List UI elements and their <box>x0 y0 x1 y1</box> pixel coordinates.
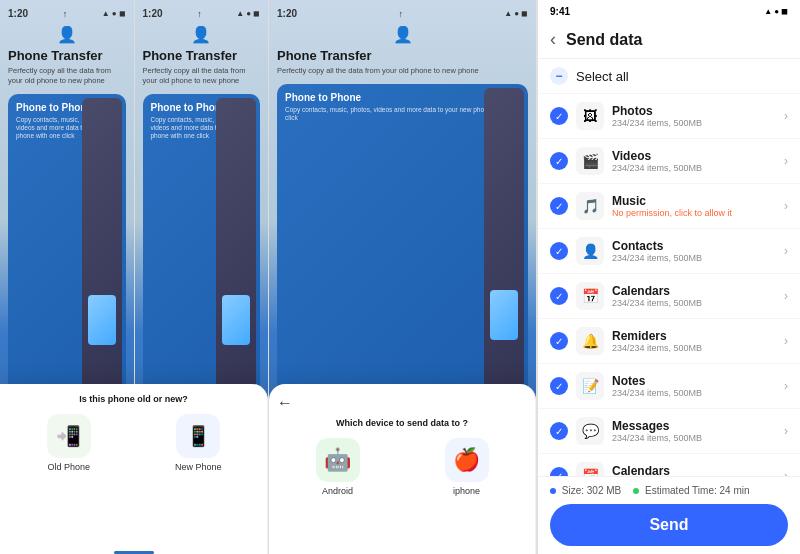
item-meta-3: 234/234 items, 500MB <box>612 253 784 263</box>
popup-old-new: Is this phone old or new? 📲 Old Phone 📱 … <box>0 384 268 554</box>
android-icon: 🤖 <box>324 447 351 473</box>
check-circle-1: ✓ <box>550 152 568 170</box>
new-phone-icon: 📱 <box>186 424 211 448</box>
item-info-5: Remiders 234/234 items, 500MB <box>612 329 784 353</box>
chevron-4: › <box>784 289 788 303</box>
select-all-row[interactable]: − Select all <box>538 59 800 94</box>
size-label: Size: 302 MB <box>550 485 621 496</box>
data-list: ✓ 🖼 Photos 234/234 items, 500MB › ✓ 🎬 Vi… <box>538 94 800 476</box>
time-1: 1:20 <box>8 8 28 19</box>
old-phone-icon-box: 📲 <box>47 414 91 458</box>
send-data-title: Send data <box>566 31 642 49</box>
item-name-3: Contacts <box>612 239 784 253</box>
status-bar-3: 1:20 ↑ ▲ ● ◼ <box>277 8 528 19</box>
data-item-7[interactable]: ✓ 💬 Messages 234/234 items, 500MB › <box>538 409 800 454</box>
profile-icon-2: 👤 <box>143 25 261 44</box>
data-item-6[interactable]: ✓ 📝 Notes 234/234 items, 500MB › <box>538 364 800 409</box>
check-circle-8: ✓ <box>550 467 568 476</box>
left-panel: 1:20 ↑ ▲ ● ◼ 👤 Phone Transfer Perfectly … <box>0 0 268 554</box>
item-meta-6: 234/234 items, 500MB <box>612 388 784 398</box>
item-info-4: Calendars 234/234 items, 500MB <box>612 284 784 308</box>
status-icons-1: ▲ ● ◼ <box>102 9 126 18</box>
item-icon-2: 🎵 <box>576 192 604 220</box>
iphone-label: iphone <box>453 486 480 496</box>
middle-panel: 1:20 ↑ ▲ ● ◼ 👤 Phone Transfer Perfectly … <box>268 0 536 554</box>
chevron-7: › <box>784 424 788 438</box>
item-meta-0: 234/234 items, 500MB <box>612 118 784 128</box>
phone-title-3: Phone Transfer <box>277 48 528 63</box>
data-item-4[interactable]: ✓ 📅 Calendars 234/234 items, 500MB › <box>538 274 800 319</box>
item-icon-0: 🖼 <box>576 102 604 130</box>
item-name-0: Photos <box>612 104 784 118</box>
status-bar-1: 1:20 ↑ ▲ ● ◼ <box>8 8 126 19</box>
item-info-8: Calendars 234/234 items, 500MB <box>612 464 784 476</box>
device-options-left: 📲 Old Phone 📱 New Phone <box>8 414 259 472</box>
right-time: 9:41 <box>550 6 570 17</box>
item-icon-7: 💬 <box>576 417 604 445</box>
item-info-0: Photos 234/234 items, 500MB <box>612 104 784 128</box>
phone-desc-2: Perfectly copy all the data from your ol… <box>143 66 261 86</box>
check-circle-6: ✓ <box>550 377 568 395</box>
status-icons-3: ▲ ● ◼ <box>504 9 528 18</box>
status-icons-2: ▲ ● ◼ <box>236 9 260 18</box>
item-name-1: Videos <box>612 149 784 163</box>
old-phone-label: Old Phone <box>47 462 90 472</box>
item-meta-7: 234/234 items, 500MB <box>612 433 784 443</box>
size-dot <box>550 488 556 494</box>
item-info-3: Contacts 234/234 items, 500MB <box>612 239 784 263</box>
status-bar-2: 1:20 ↑ ▲ ● ◼ <box>143 8 261 19</box>
check-circle-7: ✓ <box>550 422 568 440</box>
data-item-5[interactable]: ✓ 🔔 Remiders 234/234 items, 500MB › <box>538 319 800 364</box>
iphone-icon: 🍎 <box>453 447 480 473</box>
data-item-1[interactable]: ✓ 🎬 Videos 234/234 items, 500MB › <box>538 139 800 184</box>
new-phone-option[interactable]: 📱 New Phone <box>138 414 260 472</box>
data-item-2[interactable]: ✓ 🎵 Music No permission, click to allow … <box>538 184 800 229</box>
chevron-5: › <box>784 334 788 348</box>
data-item-8[interactable]: ✓ 📅 Calendars 234/234 items, 500MB › <box>538 454 800 476</box>
nav-arrow-1: ↑ <box>63 9 68 19</box>
item-meta-2: No permission, click to allow it <box>612 208 784 218</box>
chevron-3: › <box>784 244 788 258</box>
nav-arrow-2: ↑ <box>197 9 202 19</box>
check-circle-0: ✓ <box>550 107 568 125</box>
iphone-option[interactable]: 🍎 iphone <box>406 438 527 496</box>
old-phone-option[interactable]: 📲 Old Phone <box>8 414 130 472</box>
phone-title-2: Phone Transfer <box>143 48 261 63</box>
phone-desc-1: Perfectly copy all the data from your ol… <box>8 66 126 86</box>
item-icon-4: 📅 <box>576 282 604 310</box>
item-name-2: Music <box>612 194 784 208</box>
check-circle-3: ✓ <box>550 242 568 260</box>
minus-icon: − <box>550 67 568 85</box>
bottom-footer: Size: 302 MB Estimated Time: 24 min Send <box>538 476 800 554</box>
send-button[interactable]: Send <box>550 504 788 546</box>
bottom-popup-row-mid: ← Which device to send data to ? 🤖 Andro… <box>269 384 536 554</box>
check-circle-5: ✓ <box>550 332 568 350</box>
item-info-6: Notes 234/234 items, 500MB <box>612 374 784 398</box>
right-panel: 9:41 ▲ ● ◼ ‹ Send data − Select all ✓ 🖼 … <box>536 0 800 554</box>
data-item-3[interactable]: ✓ 👤 Contacts 234/234 items, 500MB › <box>538 229 800 274</box>
device-options-right: 🤖 Android 🍎 iphone <box>277 438 527 496</box>
item-icon-8: 📅 <box>576 462 604 476</box>
item-meta-5: 234/234 items, 500MB <box>612 343 784 353</box>
chevron-8: › <box>784 469 788 476</box>
item-info-1: Videos 234/234 items, 500MB <box>612 149 784 173</box>
android-label: Android <box>322 486 353 496</box>
profile-icon-1: 👤 <box>8 25 126 44</box>
back-arrow[interactable]: ‹ <box>550 29 556 50</box>
popup-question-right: Which device to send data to ? <box>277 418 527 428</box>
popup-back-mid[interactable]: ← <box>277 394 527 412</box>
bottom-popup-row: Is this phone old or new? 📲 Old Phone 📱 … <box>0 384 268 554</box>
chevron-6: › <box>784 379 788 393</box>
right-status-bar: 9:41 ▲ ● ◼ <box>538 0 800 23</box>
phone-title-1: Phone Transfer <box>8 48 126 63</box>
android-option[interactable]: 🤖 Android <box>277 438 398 496</box>
item-name-6: Notes <box>612 374 784 388</box>
item-info-2: Music No permission, click to allow it <box>612 194 784 218</box>
select-all-label: Select all <box>576 69 629 84</box>
time-2: 1:20 <box>143 8 163 19</box>
item-icon-1: 🎬 <box>576 147 604 175</box>
chevron-0: › <box>784 109 788 123</box>
nav-arrow-3: ↑ <box>398 9 403 19</box>
item-name-8: Calendars <box>612 464 784 476</box>
data-item-0[interactable]: ✓ 🖼 Photos 234/234 items, 500MB › <box>538 94 800 139</box>
